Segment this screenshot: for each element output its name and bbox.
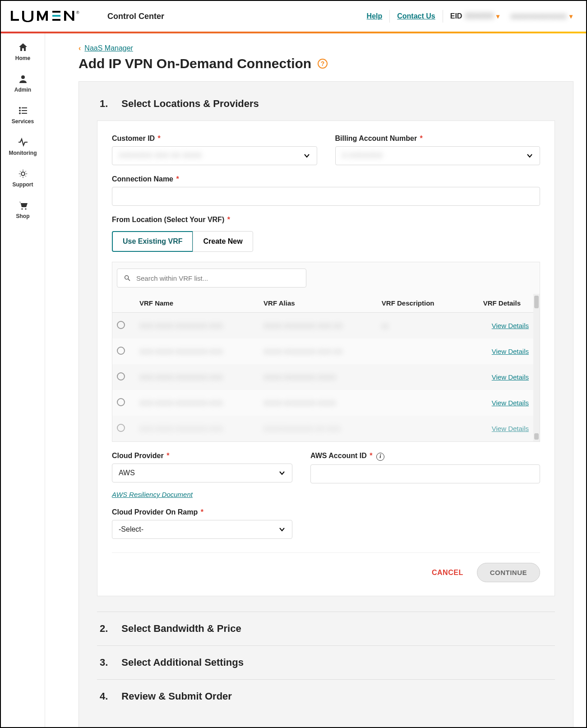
eid-dropdown[interactable]: EID XXXXXX ▾ bbox=[443, 12, 504, 20]
seg-use-existing[interactable]: Use Existing VRF bbox=[112, 231, 193, 252]
vrf-radio[interactable] bbox=[117, 321, 125, 329]
view-details-link[interactable]: View Details bbox=[492, 373, 529, 381]
vrf-alias: XXXXXXXXXXX-XX-XXX bbox=[259, 416, 377, 441]
vrf-desc: xx bbox=[377, 313, 460, 339]
svg-point-16 bbox=[25, 208, 26, 209]
svg-point-10 bbox=[19, 110, 21, 111]
step-num: 4. bbox=[100, 691, 108, 702]
seg-create-new[interactable]: Create New bbox=[193, 231, 253, 252]
view-details-link[interactable]: View Details bbox=[492, 399, 529, 407]
nav-home[interactable]: Home bbox=[1, 37, 45, 66]
vrf-radio[interactable] bbox=[117, 398, 125, 406]
step-title: Select Bandwidth & Price bbox=[121, 623, 241, 635]
view-details-link[interactable]: View Details bbox=[492, 425, 529, 432]
breadcrumb-parent[interactable]: NaaS Manager bbox=[84, 44, 133, 52]
step-1-header: 1. Select Locations & Providers bbox=[100, 98, 555, 110]
nav-label: Admin bbox=[14, 87, 31, 93]
vrf-name: XXX-XXXX-XXXXXXX-XXX bbox=[135, 416, 259, 441]
svg-rect-3 bbox=[52, 11, 60, 13]
nav-label: Shop bbox=[16, 213, 30, 219]
resiliency-doc-link[interactable]: AWS Resiliency Document bbox=[112, 491, 292, 498]
col-vrf-name: VRF Name bbox=[135, 294, 259, 313]
step-num: 1. bbox=[100, 98, 108, 110]
vrf-alias: XXXX-XXXXXXX-XXXX bbox=[259, 364, 377, 390]
contact-link[interactable]: Contact Us bbox=[390, 12, 442, 20]
customer-id-select[interactable]: XXXXXXX XXX XX XXXX bbox=[112, 146, 317, 165]
back-chevron-icon[interactable]: ‹ bbox=[79, 44, 81, 52]
eid-value: XXXXXX bbox=[465, 12, 494, 20]
nav-label: Services bbox=[12, 118, 34, 125]
aws-account-id-input[interactable] bbox=[310, 464, 540, 483]
vrf-name: XXX-XXXX-XXXXXXX-XXX bbox=[135, 364, 259, 390]
main-content: ‹ NaaS Manager Add IP VPN On-Demand Conn… bbox=[45, 33, 586, 727]
nav-shop[interactable]: Shop bbox=[1, 195, 45, 224]
brand-logo: ® bbox=[11, 10, 83, 22]
admin-icon bbox=[17, 73, 29, 85]
vrf-mode-segment: Use Existing VRF Create New bbox=[112, 231, 540, 252]
product-name: Control Center bbox=[107, 12, 164, 21]
step-4-header[interactable]: 4. Review & Submit Order bbox=[97, 679, 555, 713]
vrf-radio[interactable] bbox=[117, 372, 125, 380]
step-3-header[interactable]: 3. Select Additional Settings bbox=[97, 645, 555, 679]
customer-id-label: Customer ID * bbox=[112, 134, 317, 143]
step-num: 3. bbox=[100, 657, 108, 668]
vrf-name: XXX-XXXX-XXXXXXX-XXX bbox=[135, 390, 259, 416]
vrf-alias: XXXX-XXXXXXX-XXX-XX bbox=[259, 313, 377, 339]
col-vrf-details: VRF Details bbox=[460, 294, 533, 313]
side-nav: Home Admin Services Monitoring Support S… bbox=[1, 33, 45, 727]
nav-label: Monitoring bbox=[9, 150, 37, 156]
nav-monitoring[interactable]: Monitoring bbox=[1, 132, 45, 161]
customer-id-value: XXXXXXX XXX XX XXXX bbox=[119, 152, 310, 160]
from-location-label: From Location (Select Your VRF) * bbox=[112, 216, 540, 224]
cloud-provider-select[interactable]: AWS bbox=[112, 464, 292, 482]
help-icon[interactable]: ? bbox=[318, 59, 328, 69]
ban-value: X-XXXXXXX bbox=[342, 152, 534, 160]
svg-point-15 bbox=[21, 208, 23, 209]
connection-name-input[interactable] bbox=[112, 187, 540, 206]
view-details-link[interactable]: View Details bbox=[492, 348, 529, 355]
chevron-down-icon: ▾ bbox=[496, 13, 499, 20]
vrf-radio[interactable] bbox=[117, 424, 125, 432]
vrf-desc bbox=[377, 390, 460, 416]
vrf-desc bbox=[377, 364, 460, 390]
breadcrumb: ‹ NaaS Manager bbox=[79, 44, 573, 52]
vrf-name: XXX-XXXX-XXXXXXX-XXX bbox=[135, 338, 259, 364]
help-link[interactable]: Help bbox=[360, 12, 390, 20]
step-title: Review & Submit Order bbox=[121, 691, 232, 702]
svg-rect-9 bbox=[22, 107, 27, 108]
services-icon bbox=[17, 105, 29, 116]
chevron-down-icon bbox=[278, 526, 286, 533]
step-2-header[interactable]: 2. Select Bandwidth & Price bbox=[97, 612, 555, 645]
nav-admin[interactable]: Admin bbox=[1, 69, 45, 97]
continue-button[interactable]: CONTINUE bbox=[477, 563, 540, 582]
vrf-search[interactable] bbox=[117, 269, 306, 287]
table-row: XXX-XXXX-XXXXXXX-XXX XXXX-XXXXXXX-XXXX V… bbox=[112, 390, 533, 416]
vrf-radio[interactable] bbox=[117, 347, 125, 355]
account-dropdown[interactable]: xxxxxxxxxxxxxx ▾ bbox=[503, 12, 576, 20]
table-row: XXX-XXXX-XXXXXXX-XXX XXXX-XXXXXXX-XXX-XX… bbox=[112, 338, 533, 364]
onramp-select[interactable]: -Select- bbox=[112, 520, 292, 539]
onramp-value: -Select- bbox=[119, 525, 286, 533]
home-icon bbox=[17, 42, 29, 53]
view-details-link[interactable]: View Details bbox=[492, 322, 529, 329]
table-row: XXX-XXXX-XXXXXXX-XXX XXXX-XXXXXXX-XXXX V… bbox=[112, 364, 533, 390]
nav-services[interactable]: Services bbox=[1, 100, 45, 129]
onramp-label: Cloud Provider On Ramp * bbox=[112, 508, 292, 516]
step-title: Select Locations & Providers bbox=[121, 98, 259, 110]
scrollbar[interactable] bbox=[533, 294, 540, 441]
page-title-text: Add IP VPN On-Demand Connection bbox=[79, 56, 311, 71]
connection-name-label: Connection Name * bbox=[112, 175, 540, 183]
step-footer: CANCEL CONTINUE bbox=[112, 552, 540, 582]
account-value: xxxxxxxxxxxxxx bbox=[510, 12, 567, 20]
chevron-down-icon: ▾ bbox=[569, 13, 573, 20]
table-row: XXX-XXXX-XXXXXXX-XXX XXXXXXXXXXX-XX-XXX … bbox=[112, 416, 533, 441]
cloud-provider-value: AWS bbox=[119, 469, 286, 477]
cancel-button[interactable]: CANCEL bbox=[429, 568, 466, 577]
info-icon[interactable]: i bbox=[376, 453, 384, 461]
page-title: Add IP VPN On-Demand Connection ? bbox=[79, 56, 573, 71]
ban-select[interactable]: X-XXXXXXX bbox=[335, 146, 541, 165]
monitoring-icon bbox=[17, 136, 29, 148]
svg-text:®: ® bbox=[76, 10, 80, 15]
wizard-panel: 1. Select Locations & Providers Customer… bbox=[79, 81, 573, 727]
nav-support[interactable]: Support bbox=[1, 163, 45, 192]
